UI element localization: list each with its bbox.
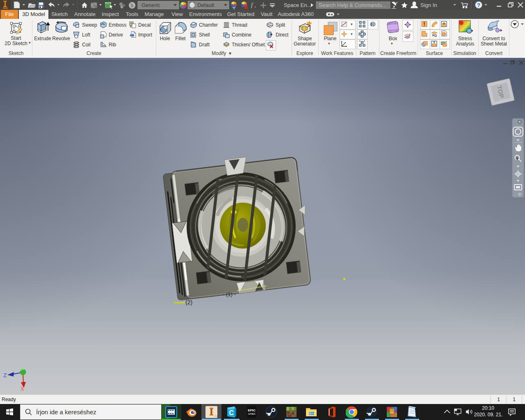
svg-text:Space En...: Space En... xyxy=(284,2,311,8)
svg-text:Default: Default xyxy=(197,2,215,8)
svg-text:- (1) -: - (1) - xyxy=(223,291,236,297)
svg-text:f: f xyxy=(251,2,253,8)
svg-text:GAMES: GAMES xyxy=(248,413,256,415)
svg-text:Sign In: Sign In xyxy=(420,2,437,8)
svg-text:X: X xyxy=(21,386,25,392)
svg-text:Z: Z xyxy=(3,372,7,379)
svg-text:x: x xyxy=(254,5,256,9)
svg-text:EPIC: EPIC xyxy=(248,409,256,412)
svg-text:(2): (2) xyxy=(185,299,192,306)
svg-text:PRO: PRO xyxy=(3,7,8,9)
svg-text:Generic: Generic xyxy=(142,2,160,8)
svg-text:Search Help & Commands...: Search Help & Commands... xyxy=(319,2,386,8)
svg-text:Inv: Inv xyxy=(215,415,217,417)
svg-text:?: ? xyxy=(477,2,480,8)
svg-text:C: C xyxy=(229,409,234,416)
